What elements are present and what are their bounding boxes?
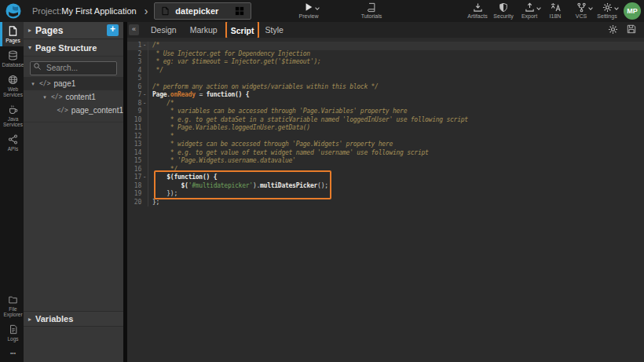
- line-number: 18: [127, 182, 141, 191]
- code-line-17[interactable]: 17- $(function() {: [127, 174, 644, 182]
- tree-item-page1[interactable]: ▾</>page1: [24, 77, 123, 90]
- editor-area: « DesignMarkupScriptStyle 1-/*2 * Use In…: [127, 22, 644, 362]
- rail-item-apis[interactable]: APIs: [0, 130, 24, 155]
- pages-panel-header[interactable]: ▸ Pages +: [24, 22, 123, 39]
- code-line-20[interactable]: 20};: [127, 199, 644, 207]
- user-avatar[interactable]: MP: [624, 2, 641, 20]
- tree-item-page_content1[interactable]: </>page_content1: [24, 104, 123, 117]
- code-text[interactable]: * variables can be accessed through 'Pag…: [148, 108, 407, 116]
- code-line-1[interactable]: 1-/*: [127, 42, 644, 50]
- code-line-12[interactable]: 12 *: [127, 133, 644, 141]
- fold-gutter: [141, 58, 148, 67]
- code-text[interactable]: /*: [148, 42, 159, 50]
- code-line-9[interactable]: 9 * variables can be accessed through 'P…: [127, 108, 644, 116]
- code-text[interactable]: * Use Injector.get for Dependency Inject…: [148, 50, 310, 59]
- fold-marker-icon[interactable]: -: [141, 174, 148, 182]
- fold-marker-icon[interactable]: -: [141, 91, 148, 100]
- code-text[interactable]: * eg: var $timeout = Injector.get('$time…: [148, 58, 321, 67]
- fold-gutter: [141, 116, 148, 125]
- code-line-14[interactable]: 14 * e.g. to get value of text widget na…: [127, 149, 644, 158]
- code-line-19[interactable]: 19 });: [127, 190, 644, 199]
- code-line-6[interactable]: 6/* perform any action on widgets/variab…: [127, 83, 644, 92]
- rail-item-databases[interactable]: Databases: [0, 46, 24, 71]
- code-line-3[interactable]: 3 * eg: var $timeout = Injector.get('$ti…: [127, 58, 644, 67]
- add-page-button[interactable]: +: [107, 24, 119, 36]
- code-text[interactable]: */: [148, 67, 163, 75]
- expand-arrow-icon[interactable]: ▾: [30, 81, 36, 87]
- code-line-18[interactable]: 18 $('#multidatepicker').multiDatesPicke…: [127, 182, 644, 191]
- chevron-down-icon[interactable]: [587, 5, 594, 12]
- rail-item-more[interactable]: •••: [0, 345, 24, 359]
- code-token: =: [196, 91, 207, 98]
- code-text[interactable]: * e.g. to get value of text widget named…: [148, 149, 429, 158]
- code-text[interactable]: /*: [148, 100, 174, 108]
- tab-script[interactable]: Script: [231, 26, 254, 35]
- code-text[interactable]: [148, 75, 152, 83]
- line-number: 5: [127, 75, 141, 83]
- i18n-button[interactable]: I18N: [543, 2, 567, 19]
- tree-item-content1[interactable]: ▾</>content1: [24, 90, 123, 104]
- vcs-button[interactable]: VCS: [569, 2, 593, 19]
- pages-panel-title: Pages: [35, 25, 107, 36]
- code-text[interactable]: });: [148, 190, 177, 199]
- fold-gutter: [141, 149, 148, 158]
- rail-item-java-services[interactable]: Java Services: [0, 101, 24, 130]
- collapse-arrow-icon[interactable]: ▸: [28, 316, 31, 323]
- chevron-down-icon[interactable]: [536, 5, 542, 12]
- code-line-7[interactable]: 7-Page.onReady = function() {: [127, 91, 644, 100]
- rail-item-pages[interactable]: Pages: [0, 22, 24, 46]
- line-number: 2: [127, 50, 141, 59]
- sidebar-collapse-button[interactable]: «: [129, 24, 139, 35]
- rail-item-label: •••: [2, 350, 24, 356]
- code-text[interactable]: * Page.Variables.loggedInUser.getData(): [148, 124, 310, 133]
- code-text[interactable]: */: [148, 166, 177, 174]
- security-button[interactable]: Security: [492, 2, 515, 19]
- search-input[interactable]: [30, 61, 117, 75]
- artifacts-button[interactable]: Artifacts: [466, 2, 489, 19]
- tab-style[interactable]: Style: [259, 24, 288, 36]
- code-line-2[interactable]: 2 * Use Injector.get for Dependency Inje…: [127, 50, 644, 59]
- rail-item-file-explorer[interactable]: File Explorer: [0, 291, 24, 320]
- expand-arrow-icon[interactable]: ▾: [42, 94, 48, 101]
- collapse-arrow-icon[interactable]: ▸: [28, 27, 31, 34]
- tutorials-button[interactable]: Tutorials: [360, 2, 383, 19]
- page-structure-header[interactable]: ▾ Page Structure: [24, 39, 123, 57]
- grid-icon[interactable]: [235, 6, 244, 16]
- code-text[interactable]: * 'Page.Widgets.username.datavalue': [148, 157, 296, 166]
- tab-design[interactable]: Design: [145, 24, 182, 36]
- code-line-10[interactable]: 10 * e.g. to get dataSet in a staticVari…: [127, 116, 644, 125]
- line-number: 6: [127, 83, 141, 92]
- code-line-11[interactable]: 11 * Page.Variables.loggedInUser.getData…: [127, 124, 644, 133]
- settings-button[interactable]: Settings: [595, 2, 619, 19]
- export-button[interactable]: Export: [518, 2, 541, 19]
- code-line-8[interactable]: 8- /*: [127, 100, 644, 108]
- code-line-15[interactable]: 15 * 'Page.Widgets.username.datavalue': [127, 157, 644, 166]
- code-text[interactable]: };: [148, 199, 159, 207]
- chevron-down-icon[interactable]: [314, 5, 320, 12]
- code-line-13[interactable]: 13 * widgets can be accessed through 'Pa…: [127, 141, 644, 149]
- code-text[interactable]: $('#multidatepicker').multiDatesPicker()…: [148, 182, 328, 191]
- gear-icon[interactable]: [608, 24, 618, 35]
- code-text[interactable]: $(function() {: [148, 174, 217, 182]
- chevron-down-icon[interactable]: [613, 5, 620, 12]
- fold-marker-icon[interactable]: -: [141, 100, 148, 108]
- fold-marker-icon[interactable]: -: [141, 42, 148, 50]
- code-text[interactable]: * widgets can be accessed through 'Page.…: [148, 141, 393, 149]
- code-line-5[interactable]: 5: [127, 75, 644, 83]
- code-text[interactable]: /* perform any action on widgets/variabl…: [148, 83, 379, 92]
- rail-item-logs[interactable]: Logs: [0, 320, 24, 345]
- variables-header[interactable]: ▸ Variables: [24, 311, 123, 327]
- tab-markup[interactable]: Markup: [185, 24, 223, 36]
- expand-arrow-icon[interactable]: ▾: [28, 44, 31, 51]
- code-text[interactable]: Page.onReady = function() {: [148, 91, 249, 100]
- code-line-16[interactable]: 16 */: [127, 166, 644, 174]
- script-editor[interactable]: 1-/*2 * Use Injector.get for Dependency …: [127, 38, 644, 362]
- page-tab-datepicker[interactable]: datepicker: [154, 2, 251, 20]
- preview-button[interactable]: Preview: [297, 2, 320, 19]
- code-text[interactable]: *: [148, 133, 174, 141]
- save-icon[interactable]: [627, 24, 636, 35]
- rail-item-web-services[interactable]: Web Services: [0, 71, 24, 101]
- code-token: onReady: [170, 91, 196, 98]
- code-line-4[interactable]: 4 */: [127, 67, 644, 75]
- code-text[interactable]: * e.g. to get dataSet in a staticVariabl…: [148, 116, 468, 125]
